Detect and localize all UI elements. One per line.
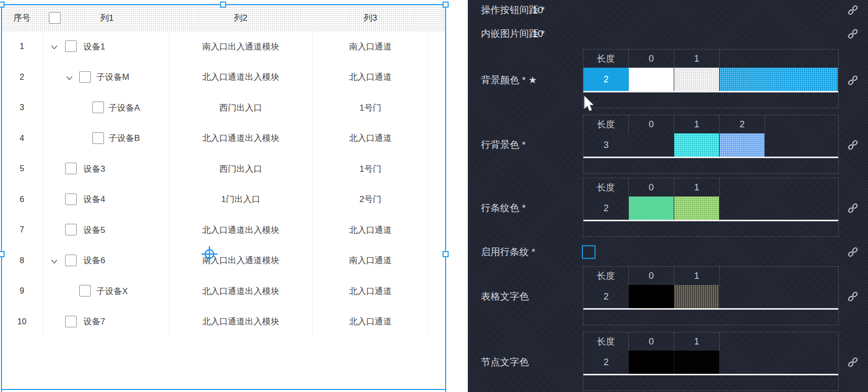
header-col-3: 列3 (312, 5, 428, 31)
selection-handle-mid-right[interactable] (443, 251, 449, 257)
field-underline (583, 220, 838, 221)
checkbox-box (92, 102, 104, 113)
row-checkbox[interactable] (65, 193, 77, 207)
device-name: 子设备B (108, 123, 140, 154)
cell-col2: 北入口通道出入模块 (169, 62, 312, 92)
color-array-table: 长度012 (583, 266, 839, 325)
selection-handle-mid-left[interactable] (0, 251, 5, 257)
device-name: 设备5 (83, 215, 105, 245)
row-checkbox[interactable] (65, 224, 77, 237)
table-row: 9子设备X北入口通道出入模块北入口通道 (1, 276, 446, 306)
row-checkbox[interactable] (79, 71, 91, 85)
row-checkbox[interactable] (65, 255, 77, 268)
cell-col2: 西门出入口 (169, 154, 312, 184)
table-row: 10设备7北入口通道出入模块北入口通道 (1, 307, 446, 337)
row-index: 8 (1, 246, 43, 276)
array-col-header: 1 (674, 178, 720, 197)
property-value[interactable]: 10 (532, 28, 543, 39)
color-swatch-cell[interactable] (629, 351, 674, 374)
row-checkbox[interactable] (65, 316, 77, 329)
color-swatch-cell[interactable] (674, 351, 720, 374)
device-name: 设备1 (83, 31, 105, 62)
cell-col3: 北入口通道 (312, 276, 428, 306)
properties-panel: 操作按钮间距 *10内嵌图片间距 *10背景颜色 * ★长度012行背景色 *长… (468, 0, 868, 392)
row-index: 2 (1, 62, 43, 92)
cell-col3: 南入口通道 (312, 246, 428, 276)
array-length-cell[interactable]: 2 (583, 197, 629, 220)
row-checkbox[interactable] (92, 132, 104, 146)
chevron-down-icon[interactable] (50, 258, 58, 264)
table-header: 序号 列1 列2 列3 (1, 5, 446, 32)
cell-col2: 北入口通道出入模块 (169, 276, 312, 306)
selection-handle-top-right[interactable] (443, 2, 449, 8)
color-fill-rest[interactable] (720, 68, 838, 91)
link-icon[interactable] (847, 246, 859, 258)
link-icon[interactable] (847, 290, 859, 303)
color-swatch-cell[interactable] (674, 133, 720, 157)
selection-handle-top-left[interactable] (0, 2, 5, 8)
stripe-enable-checkbox[interactable] (582, 246, 595, 259)
property-label: 启用行条纹 * (481, 246, 535, 259)
chevron-down-icon[interactable] (66, 74, 73, 81)
color-swatch-cell[interactable] (720, 133, 765, 157)
property-label: 背景颜色 * ★ (481, 74, 537, 87)
color-swatch-cell[interactable] (674, 285, 720, 308)
link-icon[interactable] (847, 139, 859, 151)
table-row: 2子设备M北入口通道出入模块北入口通道 (1, 62, 446, 92)
color-swatch-cell[interactable] (629, 133, 674, 157)
link-icon[interactable] (847, 202, 859, 214)
row-index: 5 (1, 154, 43, 184)
checkbox-box (79, 71, 91, 83)
array-length-cell[interactable]: 3 (583, 133, 629, 157)
device-name: 子设备A (108, 92, 140, 123)
color-swatch-cell[interactable] (629, 68, 674, 91)
cell-col2: 南入口出入通道模块 (169, 31, 312, 62)
color-swatch-cell[interactable] (629, 285, 674, 308)
array-col-header: 长度 (583, 115, 629, 133)
color-swatch-cell[interactable] (629, 197, 674, 220)
device-name: 子设备X (96, 276, 128, 306)
link-icon[interactable] (847, 4, 859, 16)
device-name: 设备7 (83, 307, 105, 337)
color-swatch-cell[interactable] (674, 68, 720, 91)
row-checkbox[interactable] (65, 163, 77, 176)
array-col-header: 1 (674, 267, 720, 285)
row-index: 7 (1, 215, 43, 245)
cell-col2: 南入口出入通道模块 (169, 246, 312, 276)
table-row: 3子设备A西门出入口1号门 (1, 92, 446, 123)
selection-handle-top-mid[interactable] (220, 2, 226, 8)
row-index: 3 (1, 92, 43, 123)
chevron-down-icon[interactable] (50, 43, 58, 50)
checkbox-box (79, 285, 91, 297)
field-underline (583, 374, 838, 375)
row-checkbox[interactable] (79, 285, 91, 299)
cell-col2: 1门出入口 (169, 184, 312, 215)
cell-col3: 1号门 (312, 154, 428, 184)
row-checkbox[interactable] (92, 102, 104, 115)
checkbox-box (65, 193, 77, 205)
cell-col3: 北入口通道 (312, 307, 428, 337)
link-icon[interactable] (847, 74, 859, 86)
cell-col3: 南入口通道 (312, 31, 428, 62)
checkbox-box (65, 316, 77, 327)
header-col-1: 列1 (44, 5, 170, 31)
checkbox-box (65, 40, 77, 52)
color-swatch-cell[interactable] (674, 197, 720, 220)
array-length-cell[interactable]: 2 (583, 351, 629, 374)
row-checkbox[interactable] (65, 40, 77, 54)
table-row: 5设备3西门出入口1号门 (1, 154, 446, 184)
array-length-cell[interactable]: 2 (583, 285, 629, 308)
device-name: 设备6 (83, 246, 105, 276)
cell-col2: 北入口通道出入模块 (169, 123, 312, 154)
color-array-table: 长度012 (583, 178, 839, 237)
design-canvas: 序号 列1 列2 列3 1设备1南入口出入通道模块南入口通道2子设备M北入口通道… (0, 0, 468, 392)
array-col-header: 0 (629, 332, 674, 351)
link-icon[interactable] (847, 356, 859, 368)
cell-col3: 北入口通道 (312, 123, 428, 154)
link-icon[interactable] (847, 28, 859, 40)
array-length-cell[interactable]: 2 (583, 68, 629, 91)
cell-col3: 北入口通道 (312, 215, 428, 245)
device-name: 子设备M (96, 62, 129, 92)
color-array-table: 长度012 (583, 332, 839, 391)
property-value[interactable]: 10 (532, 5, 543, 16)
